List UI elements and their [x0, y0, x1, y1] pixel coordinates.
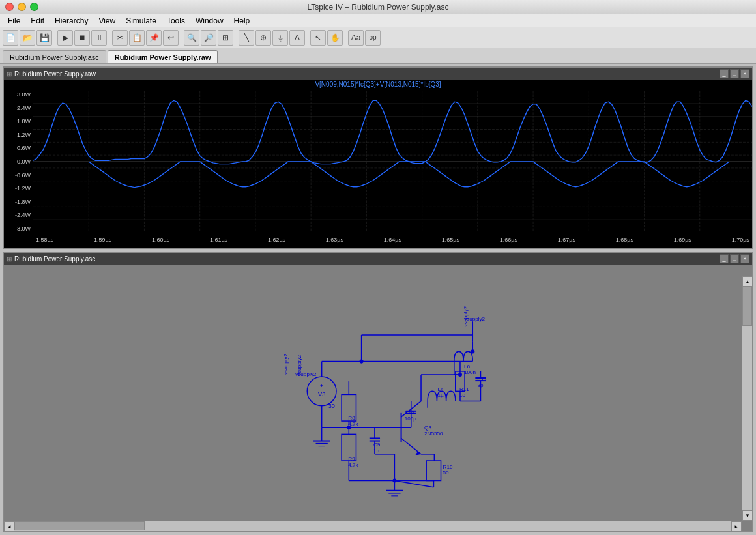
schematic-svg: + V3 vsupply2 vsupply2 30 vsupply2	[4, 265, 752, 531]
x-label-9: 1.66µs	[500, 237, 517, 243]
svg-text:vsupply2: vsupply2	[297, 354, 302, 375]
schematic-window: ⊞ Rubidium Power Supply.asc _ □ × + V3 v…	[3, 252, 753, 532]
toolbar-text[interactable]: Aa	[348, 30, 364, 46]
toolbar-zoom-fit[interactable]: ⊞	[218, 30, 233, 46]
menu-edit[interactable]: Edit	[25, 15, 50, 27]
toolbar-save[interactable]: 💾	[36, 30, 52, 46]
window-title: LTspice IV – Rubidium Power Supply.asc	[308, 3, 449, 12]
x-label-3: 1.60µs	[152, 237, 169, 243]
toolbar-run[interactable]: ▶	[57, 30, 73, 46]
svg-text:30: 30	[328, 403, 335, 409]
toolbar-component[interactable]: ⊕	[255, 30, 271, 46]
schematic-scrollbar-h[interactable]: ◄ ►	[4, 521, 742, 531]
scroll-left-button[interactable]: ◄	[4, 521, 14, 531]
menu-file[interactable]: File	[3, 15, 25, 27]
main-area: ⊞ Rubidium Power Supply.raw _ □ × V[N009…	[0, 64, 756, 535]
menu-hierarchy[interactable]: Hierarchy	[50, 15, 93, 27]
tab-bar: Rubidium Power Supply.asc Rubidium Power…	[0, 48, 756, 64]
svg-point-121	[392, 478, 396, 482]
x-label-11: 1.68µs	[616, 237, 633, 243]
toolbar-zoom-in[interactable]: 🔍	[184, 30, 199, 46]
scroll-right-button[interactable]: ►	[731, 521, 742, 531]
toolbar-cursor[interactable]: ↖	[310, 30, 326, 46]
window-controls[interactable]	[5, 3, 38, 11]
svg-text:4.7k: 4.7k	[348, 462, 358, 468]
x-label-8: 1.65µs	[442, 237, 459, 243]
y-label-8: -1.2W	[4, 185, 33, 192]
x-label-7: 1.64µs	[384, 237, 401, 243]
x-label-2: 1.59µs	[94, 237, 111, 243]
svg-rect-23	[4, 268, 752, 527]
tab-asc[interactable]: Rubidium Power Supply.asc	[3, 50, 106, 63]
y-label-4: 1.2W	[4, 132, 33, 138]
maximize-button[interactable]	[30, 3, 38, 11]
schematic-minimize[interactable]: _	[720, 254, 729, 263]
x-axis: 1.58µs 1.59µs 1.60µs 1.61µs 1.62µs 1.63µ…	[33, 232, 752, 248]
toolbar: 📄 📂 💾 ▶ ⏹ ⏸ ✂ 📋 📌 ↩ 🔍 🔎 ⊞ ╲ ⊕ ⏚ A ↖ ✋ Aa…	[0, 27, 756, 48]
toolbar-zoom-out[interactable]: 🔎	[201, 30, 216, 46]
x-label-1: 1.58µs	[36, 237, 53, 243]
title-bar: LTspice IV – Rubidium Power Supply.asc	[0, 0, 756, 14]
menu-window[interactable]: Window	[190, 15, 229, 27]
waveform-chart[interactable]: V[N009,N015]*Ic[Q3]+V[N013,N015]*Ib[Q3] …	[4, 80, 752, 248]
waveform-svg	[33, 91, 752, 232]
y-label-3: 1.8W	[4, 118, 33, 124]
chart-plot[interactable]	[33, 91, 752, 232]
y-label-9: -1.8W	[4, 199, 33, 205]
schematic-maximize[interactable]: □	[730, 254, 739, 263]
menu-view[interactable]: View	[93, 15, 121, 27]
menu-tools[interactable]: Tools	[162, 15, 190, 27]
toolbar-wire[interactable]: ╲	[239, 30, 254, 46]
y-label-7: -0.6W	[4, 172, 33, 179]
tab-raw[interactable]: Rubidium Power Supply.raw	[108, 50, 218, 63]
y-label-5: 0.6W	[4, 145, 33, 151]
toolbar-paste[interactable]: 📌	[146, 30, 162, 46]
toolbar-pause[interactable]: ⏸	[91, 30, 107, 46]
schematic-close[interactable]: ×	[740, 254, 749, 263]
schematic-content[interactable]: + V3 vsupply2 vsupply2 30 vsupply2	[4, 265, 752, 531]
schematic-title-bar: ⊞ Rubidium Power Supply.asc _ □ ×	[4, 253, 752, 265]
x-label-6: 1.63µs	[326, 237, 343, 243]
svg-text:vsupply2: vsupply2	[283, 353, 289, 374]
waveform-negative	[89, 162, 729, 188]
svg-point-119	[360, 360, 364, 364]
svg-text:Q3: Q3	[424, 425, 431, 431]
toolbar-open[interactable]: 📂	[20, 30, 35, 46]
y-label-6: 0.0W	[4, 158, 33, 165]
toolbar-copy[interactable]: 📋	[129, 30, 145, 46]
x-label-13: 1.70µs	[732, 237, 749, 243]
svg-point-118	[458, 373, 462, 377]
toolbar-move[interactable]: ✋	[327, 30, 343, 46]
toolbar-ground[interactable]: ⏚	[272, 30, 288, 46]
svg-text:R8: R8	[348, 415, 355, 421]
x-label-12: 1.69µs	[674, 237, 691, 243]
toolbar-label[interactable]: A	[289, 30, 305, 46]
x-label-4: 1.61µs	[210, 237, 227, 243]
toolbar-undo[interactable]: ↩	[163, 30, 179, 46]
menu-simulate[interactable]: Simulate	[121, 15, 162, 27]
svg-point-117	[347, 426, 351, 429]
toolbar-new[interactable]: 📄	[3, 30, 18, 46]
waveform-window-controls[interactable]: _ □ ×	[720, 69, 749, 78]
waveform-close[interactable]: ×	[740, 69, 749, 78]
minimize-button[interactable]	[18, 3, 26, 11]
svg-text:2N5550: 2N5550	[424, 431, 443, 437]
scroll-thumb-v[interactable]	[742, 287, 752, 326]
waveform-maximize[interactable]: □	[730, 69, 739, 78]
waveform-window-title: ⊞ Rubidium Power Supply.raw	[7, 70, 96, 78]
toolbar-op[interactable]: op	[365, 30, 381, 46]
svg-text:V3: V3	[318, 391, 325, 398]
svg-text:50: 50	[443, 470, 450, 476]
menu-help[interactable]: Help	[229, 15, 255, 27]
toolbar-cut[interactable]: ✂	[112, 30, 128, 46]
schematic-scrollbar-v[interactable]: ▲ ▼	[742, 276, 752, 521]
scroll-down-button[interactable]: ▼	[742, 510, 752, 521]
scroll-thumb-h[interactable]	[14, 521, 145, 530]
schematic-window-controls[interactable]: _ □ ×	[720, 254, 749, 263]
svg-text:vsupply2: vsupply2	[464, 316, 485, 322]
waveform-minimize[interactable]: _	[720, 69, 729, 78]
toolbar-stop[interactable]: ⏹	[74, 30, 90, 46]
waveform-title-bar: ⊞ Rubidium Power Supply.raw _ □ ×	[4, 68, 752, 80]
close-button[interactable]	[5, 3, 14, 11]
scroll-up-button[interactable]: ▲	[742, 276, 752, 287]
